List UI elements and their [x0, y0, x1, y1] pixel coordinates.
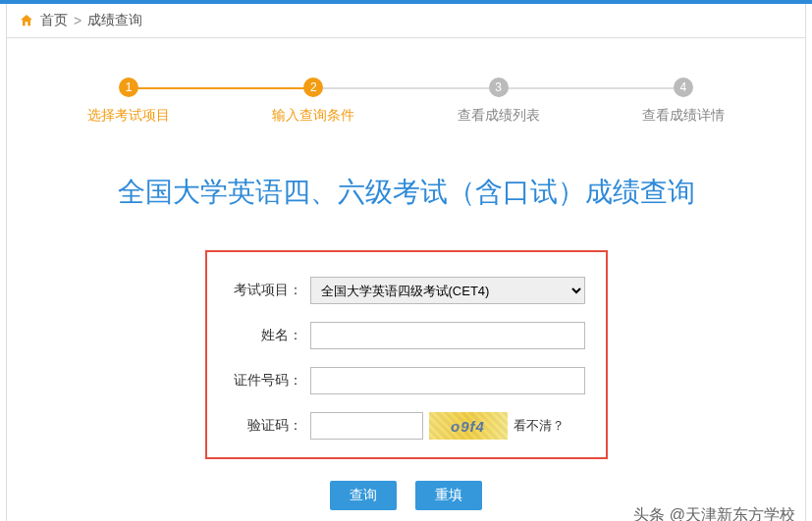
id-number-input[interactable] — [310, 367, 585, 394]
step-4: 4 查看成绩详情 — [591, 78, 776, 125]
captcha-label: 验证码： — [227, 417, 310, 435]
step-circle: 1 — [119, 78, 138, 97]
reset-button[interactable]: 重填 — [415, 481, 482, 510]
row-captcha: 验证码： o9f4 看不清？ — [227, 412, 586, 440]
step-label: 输入查询条件 — [221, 107, 406, 125]
captcha-input[interactable] — [310, 412, 423, 440]
id-number-label: 证件号码： — [227, 372, 310, 390]
page-title: 全国大学英语四、六级考试（含口试）成绩查询 — [7, 174, 805, 211]
home-icon[interactable] — [19, 13, 34, 28]
step-connector — [129, 87, 313, 89]
step-2: 2 输入查询条件 — [221, 78, 406, 125]
name-input[interactable] — [310, 322, 585, 349]
watermark-text: 头条 @天津新东方学校 — [633, 505, 795, 521]
step-label: 查看成绩列表 — [406, 107, 591, 125]
step-connector — [499, 87, 683, 89]
captcha-refresh-link[interactable]: 看不清？ — [514, 417, 565, 435]
step-label: 查看成绩详情 — [591, 107, 776, 125]
step-connector — [313, 87, 498, 89]
breadcrumb-home-link[interactable]: 首页 — [40, 12, 68, 29]
breadcrumb: 首页 > 成绩查询 — [7, 4, 805, 38]
query-button[interactable]: 查询 — [330, 481, 397, 510]
step-3: 3 查看成绩列表 — [406, 78, 591, 125]
row-name: 姓名： — [227, 322, 586, 349]
exam-type-select[interactable]: 全国大学英语四级考试(CET4) — [310, 277, 585, 304]
step-indicator: 1 选择考试项目 2 输入查询条件 3 查看成绩列表 4 查看成绩详情 — [7, 38, 805, 144]
step-label: 选择考试项目 — [36, 107, 221, 125]
step-circle: 3 — [489, 78, 509, 97]
step-circle: 4 — [674, 78, 693, 97]
query-form: 考试项目： 全国大学英语四级考试(CET4) 姓名： 证件号码： 验证码： o9 — [205, 250, 608, 459]
breadcrumb-separator: > — [74, 13, 81, 28]
exam-type-label: 考试项目： — [227, 282, 310, 299]
step-circle: 2 — [303, 78, 323, 97]
row-id-number: 证件号码： — [227, 367, 586, 394]
row-exam-type: 考试项目： 全国大学英语四级考试(CET4) — [227, 277, 586, 304]
step-1: 1 选择考试项目 — [36, 78, 221, 125]
breadcrumb-current: 成绩查询 — [87, 12, 142, 29]
captcha-image[interactable]: o9f4 — [429, 412, 508, 440]
page-container: 首页 > 成绩查询 1 选择考试项目 2 输入查询条件 3 查看成绩列表 4 查… — [6, 4, 806, 521]
name-label: 姓名： — [227, 327, 310, 344]
